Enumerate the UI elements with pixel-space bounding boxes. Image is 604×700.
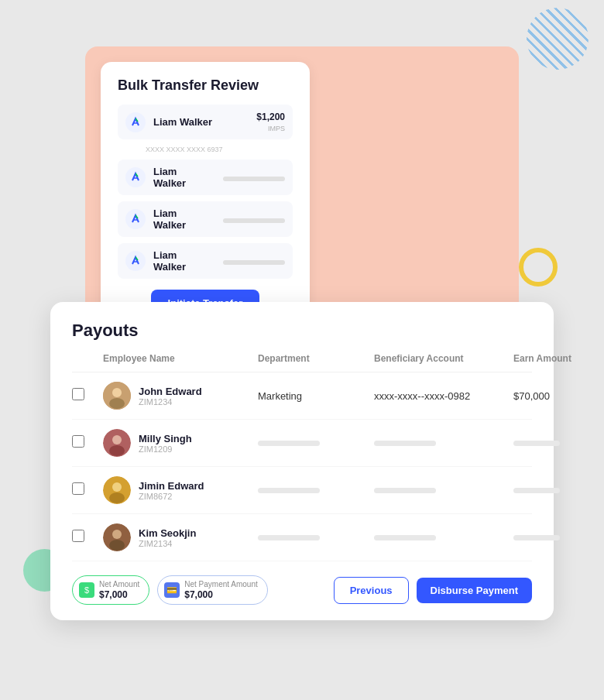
net-amount-icon: $ <box>79 582 94 598</box>
col-employee-name: Employee Name <box>103 353 258 364</box>
yellow-ring-decoration <box>519 248 558 287</box>
amount-cell-placeholder <box>513 535 604 540</box>
svg-point-15 <box>109 540 125 551</box>
table-row: John Edward ZIM1234 Marketing xxxx-xxxx-… <box>72 372 532 420</box>
svg-point-8 <box>112 435 122 444</box>
net-payment-label: Net Payment Amount <box>184 580 258 589</box>
avatar <box>103 382 131 410</box>
svg-point-9 <box>109 445 125 456</box>
transfer-item-account: IMPS <box>256 124 285 134</box>
employee-id: ZIM1234 <box>139 397 202 407</box>
bulk-transfer-title: Bulk Transfer Review <box>118 77 293 94</box>
account-cell-placeholder <box>374 441 513 446</box>
col-beneficiary-account: Beneficiary Account <box>374 353 513 364</box>
transfer-item-placeholder <box>223 260 285 265</box>
transfer-item-placeholder <box>223 177 285 181</box>
account-cell-placeholder <box>374 488 513 493</box>
employee-id: ZIM1209 <box>139 444 192 454</box>
transfer-item: Liam Walker <box>118 160 293 195</box>
row-checkbox[interactable] <box>72 388 84 400</box>
employee-cell: Kim Seokjin ZIM2134 <box>103 523 258 551</box>
net-amount-value: $7,000 <box>99 589 139 600</box>
action-bar: $ Net Amount $7,000 💳 Net Payment Amount… <box>72 575 532 605</box>
checkbox-cell[interactable] <box>72 435 103 451</box>
checkbox-cell[interactable] <box>72 530 103 545</box>
svg-point-11 <box>112 482 122 492</box>
checkbox-cell[interactable] <box>72 388 103 403</box>
checkbox-header-cell <box>72 353 103 364</box>
net-amount-info: Net Amount $7,000 <box>99 580 139 600</box>
table-row: Jimin Edward ZIM8672 <box>72 467 532 514</box>
employee-id: ZIM2134 <box>139 539 196 548</box>
net-amount-badge: $ Net Amount $7,000 <box>72 575 149 605</box>
row-checkbox[interactable] <box>72 530 84 542</box>
svg-point-3 <box>125 251 146 271</box>
amount-cell-placeholder <box>513 488 604 493</box>
bulk-transfer-card-background: Bulk Transfer Review Liam Walker $1,200 … <box>85 46 519 333</box>
paykassma-icon <box>125 251 146 271</box>
employee-info: Milly Singh ZIM1209 <box>139 433 192 454</box>
transfer-item: Liam Walker $1,200 IMPS <box>118 105 293 139</box>
employee-id: ZIM8672 <box>139 492 204 501</box>
table-header: Employee Name Department Beneficiary Acc… <box>72 353 532 372</box>
transfer-item-amount: $1,200 <box>256 111 285 124</box>
svg-point-2 <box>125 209 146 229</box>
checkbox-cell[interactable] <box>72 482 103 498</box>
svg-point-14 <box>112 530 122 539</box>
net-payment-info: Net Payment Amount $7,000 <box>184 580 258 600</box>
employee-name: Jimin Edward <box>139 480 204 492</box>
net-payment-badge: 💳 Net Payment Amount $7,000 <box>157 575 268 605</box>
employee-name: John Edward <box>139 386 202 397</box>
amount-cell: $70,000 <box>513 390 604 402</box>
transfer-item-name: Liam Walker <box>153 249 188 273</box>
account-cell: xxxx-xxxx--xxxx-0982 <box>374 390 513 402</box>
net-payment-icon: 💳 <box>164 582 180 598</box>
blue-striped-circle-decoration <box>527 8 589 70</box>
svg-point-5 <box>112 388 122 397</box>
employee-info: Jimin Edward ZIM8672 <box>139 480 204 501</box>
amount-cell-placeholder <box>513 441 604 446</box>
paykassma-icon <box>125 167 146 187</box>
transfer-item-placeholder <box>223 218 285 223</box>
department-cell-placeholder <box>258 535 374 540</box>
svg-point-1 <box>125 167 146 187</box>
payouts-panel: Payouts Employee Name Department Benefic… <box>50 302 554 620</box>
col-department: Department <box>258 353 374 364</box>
previous-button[interactable]: Previous <box>334 577 409 604</box>
row-checkbox[interactable] <box>72 482 84 495</box>
svg-point-0 <box>125 112 146 132</box>
employee-name: Kim Seokjin <box>139 527 196 539</box>
transfer-item-detail: $1,200 IMPS <box>256 111 285 133</box>
avatar <box>103 476 131 504</box>
paykassma-icon <box>125 209 146 229</box>
employee-info: Kim Seokjin ZIM2134 <box>139 527 196 548</box>
avatar <box>103 429 131 457</box>
transfer-item-name: Liam Walker <box>153 116 256 128</box>
paykassma-icon <box>125 112 146 132</box>
disburse-payment-button[interactable]: Disburse Payment <box>417 578 532 603</box>
transfer-item-name: Liam Walker <box>153 166 188 189</box>
col-earn-amount: Earn Amount <box>513 353 604 364</box>
bulk-transfer-review-card: Bulk Transfer Review Liam Walker $1,200 … <box>101 62 310 334</box>
account-cell-placeholder <box>374 535 513 540</box>
department-cell-placeholder <box>258 441 374 446</box>
avatar <box>103 523 131 551</box>
transfer-account-text: XXXX XXXX XXXX 6937 <box>146 146 293 153</box>
employee-info: John Edward ZIM1234 <box>139 386 202 407</box>
payouts-title: Payouts <box>72 321 532 341</box>
transfer-item: Liam Walker <box>118 201 293 237</box>
employee-cell: Milly Singh ZIM1209 <box>103 429 258 457</box>
employee-cell: John Edward ZIM1234 <box>103 382 258 410</box>
row-checkbox[interactable] <box>72 435 84 448</box>
department-cell: Marketing <box>258 390 374 402</box>
transfer-item: Liam Walker <box>118 243 293 279</box>
employee-cell: Jimin Edward ZIM8672 <box>103 476 258 504</box>
svg-point-12 <box>109 492 125 503</box>
net-payment-value: $7,000 <box>184 589 258 600</box>
table-row: Milly Singh ZIM1209 <box>72 420 532 467</box>
employee-name: Milly Singh <box>139 433 192 444</box>
department-cell-placeholder <box>258 488 374 493</box>
transfer-item-name: Liam Walker <box>153 208 188 231</box>
table-row: Kim Seokjin ZIM2134 <box>72 514 532 561</box>
net-amount-label: Net Amount <box>99 580 139 589</box>
